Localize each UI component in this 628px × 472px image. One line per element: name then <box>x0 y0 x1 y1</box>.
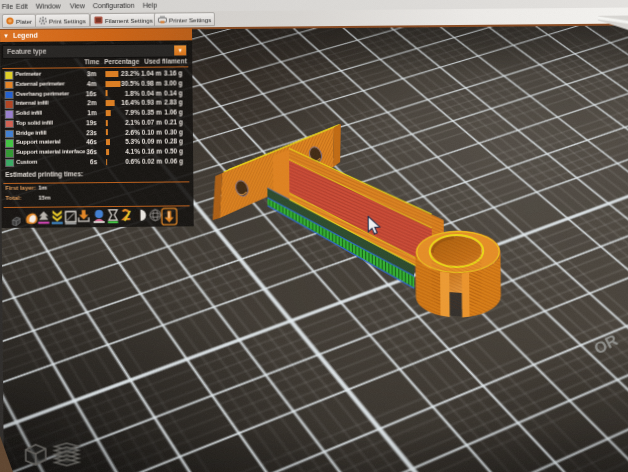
svg-text:OR: OR <box>591 331 621 358</box>
